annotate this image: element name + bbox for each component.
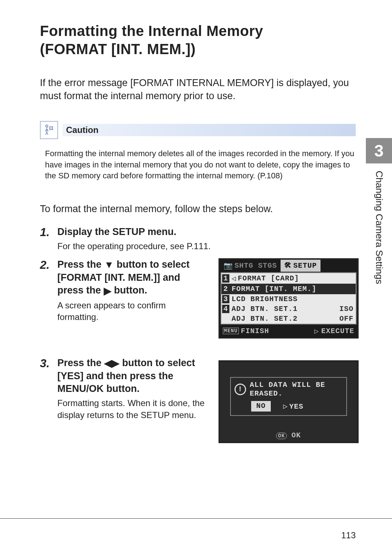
step-title: Display the SETUP menu.: [57, 226, 356, 238]
right-caret-icon: ▷: [314, 327, 319, 336]
lcd-tab-setup: 🛠 SETUP: [281, 260, 320, 272]
step-3-row: 3. Press the ◀▶ button to select [YES] a…: [40, 357, 356, 443]
tab-label: SHTG STGS: [234, 262, 277, 270]
step-1: 1. Display the SETUP menu. For the opera…: [40, 226, 356, 252]
left-caret-icon: ◁: [232, 274, 236, 283]
lcd-tabbar: 📷 SHTG STGS 🛠 SETUP: [220, 260, 357, 272]
camera-icon: 📷: [224, 261, 233, 270]
caution-header: Caution: [40, 121, 356, 139]
dialog-text: ALL DATA WILL BE ERASED.: [250, 381, 325, 398]
lcd-tab-shtg: 📷 SHTG STGS: [220, 260, 281, 272]
left-right-arrow-icon: ◀▶: [104, 357, 119, 370]
caution-label: Caution: [66, 125, 98, 135]
dialog-head: ! ALL DATA WILL BE ERASED.: [234, 381, 343, 398]
footer-rule: [0, 518, 392, 519]
wrench-icon: 🛠: [284, 261, 292, 270]
dialog-line2: ERASED.: [250, 389, 283, 398]
caution-icon: [40, 121, 58, 139]
row-index: 1: [222, 274, 229, 283]
step-3: 3. Press the ◀▶ button to select [YES] a…: [40, 357, 208, 421]
row-value: ISO: [339, 305, 354, 313]
title-line2: (FORMAT [INT. MEM.]): [40, 41, 196, 57]
dialog-line1: ALL DATA WILL BE: [250, 381, 325, 389]
right-caret-icon: ▷: [348, 284, 354, 293]
step-body: A screen appears to confirm formatting.: [57, 300, 208, 323]
steps-list: 1. Display the SETUP menu. For the opera…: [40, 226, 356, 443]
row-index: 2: [222, 285, 229, 293]
step-2-row: 2. Press the ▼ button to select [FORMAT …: [40, 258, 356, 339]
step-number: 3.: [40, 357, 57, 421]
page-number: 113: [341, 530, 356, 540]
step-title: Press the ▼ button to select [FORMAT [IN…: [57, 258, 208, 297]
title-line1: Formatting the Internal Memory: [40, 23, 263, 39]
caution-bar-bg: Caution: [62, 124, 356, 136]
step-title: Press the ◀▶ button to select [YES] and …: [57, 357, 208, 396]
warning-icon: !: [234, 384, 246, 395]
lcd-footer: MENU FINISH ▷ EXECUTE: [220, 325, 357, 337]
intro-text: If the error message [FORMAT INTERNAL ME…: [40, 76, 356, 103]
step-2: 2. Press the ▼ button to select [FORMAT …: [40, 258, 208, 323]
svg-point-0: [46, 125, 48, 127]
text: Press the: [57, 357, 104, 368]
step-number: 2.: [40, 258, 57, 323]
confirm-dialog: ! ALL DATA WILL BE ERASED. NO ▷YES: [230, 377, 347, 416]
menu-key-icon: MENU: [223, 328, 239, 334]
lcd-menu-row: 1 ◁ FORMAT [CARD]: [221, 273, 356, 284]
row-label: ADJ BTN. SET.2: [232, 315, 339, 323]
chapter-number-tab: 3: [366, 138, 392, 163]
choice-no: NO: [251, 401, 271, 412]
row-label: LCD BRIGHTNESS: [232, 295, 354, 303]
menu-ok-label: MENU/OK: [57, 383, 104, 394]
lcd-ok-hint: OK OK: [220, 431, 357, 439]
step-content: Press the ◀▶ button to select [YES] and …: [57, 357, 208, 421]
camera-lcd-confirm: ! ALL DATA WILL BE ERASED. NO ▷YES: [219, 360, 359, 443]
row-index: 4: [222, 305, 229, 313]
row-label: FORMAT [CARD]: [238, 274, 354, 283]
text: button.: [114, 285, 147, 296]
lcd-footer-right: ▷ EXECUTE: [314, 327, 354, 336]
step-body: Formatting starts. When it is done, the …: [57, 397, 208, 421]
caution-glyph-icon: [44, 125, 54, 135]
right-arrow-icon: ▶: [104, 285, 111, 297]
step-content: Press the ▼ button to select [FORMAT [IN…: [57, 258, 208, 323]
right-caret-icon: ▷: [283, 402, 288, 411]
lcd-footer-left: MENU FINISH: [223, 327, 269, 336]
step-content: Display the SETUP menu. For the operatin…: [57, 226, 356, 252]
row-index: 3: [222, 295, 229, 303]
chapter-title-vertical: Changing Camera Settings: [373, 171, 385, 284]
lcd-menu-area: 1 ◁ FORMAT [CARD] 2 FORMAT [INT. MEM.] ▷…: [221, 272, 356, 324]
lcd-menu-row: 3 LCD BRIGHTNESS: [221, 294, 356, 304]
tab-label: SETUP: [293, 262, 317, 270]
down-arrow-icon: ▼: [104, 259, 114, 271]
choice-label: YES: [289, 402, 303, 411]
camera-lcd-menu: 📷 SHTG STGS 🛠 SETUP 1 ◁ FORMAT [CARD]: [219, 258, 359, 339]
row-label: ADJ BTN. SET.1: [232, 305, 339, 313]
lcd-menu-row: . ADJ BTN. SET.2 OFF: [221, 314, 356, 324]
footer-label: FINISH: [241, 327, 269, 335]
svg-point-1: [51, 127, 52, 129]
text: Press the: [57, 259, 104, 270]
ok-key-icon: OK: [276, 433, 287, 439]
lead-text: To format the internal memory, follow th…: [40, 203, 356, 215]
row-value: OFF: [339, 315, 354, 323]
row-label: FORMAT [INT. MEM.]: [232, 285, 348, 293]
lcd-menu-row: 4 ADJ BTN. SET.1 ISO: [221, 304, 356, 314]
choice-yes: ▷YES: [278, 401, 309, 412]
manual-page: Formatting the Internal Memory (FORMAT […: [0, 0, 392, 555]
text: button.: [106, 383, 139, 394]
dialog-choices: NO ▷YES: [251, 401, 343, 412]
lcd-menu-row-selected: 2 FORMAT [INT. MEM.] ▷: [221, 284, 356, 294]
page-title: Formatting the Internal Memory (FORMAT […: [40, 22, 356, 58]
step-body: For the operating procedure, see P.111.: [57, 240, 356, 252]
footer-label: EXECUTE: [321, 327, 354, 335]
caution-body: Formatting the internal memory deletes a…: [45, 148, 356, 182]
step-number: 1.: [40, 226, 57, 252]
ok-label: OK: [291, 431, 301, 439]
